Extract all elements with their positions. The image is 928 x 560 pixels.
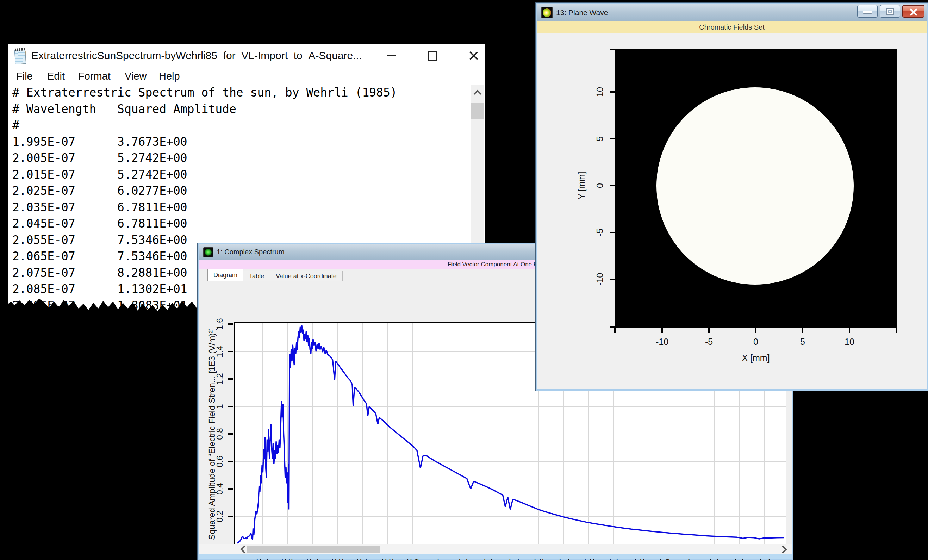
tab-value-at-x-coordinate[interactable]: Value at x-Coordinate (270, 271, 343, 281)
notepad-text-line: 2.035E-07 6.7811E+00 (12, 199, 397, 216)
scroll-right-icon[interactable] (779, 546, 787, 554)
x-axis-tick (661, 328, 663, 333)
y-axis-tick (228, 406, 234, 407)
notepad-text-line: 2.025E-07 6.0277E+00 (12, 183, 397, 199)
y-axis-tick-label: 0.6 (215, 455, 225, 467)
minimize-button[interactable] (383, 49, 399, 63)
notepad-text-line: 1.995E-07 3.7673E+00 (12, 134, 397, 150)
x-axis-tick-label: -10 (656, 337, 669, 347)
complex-spectrum-title: 1: Complex Spectrum (217, 244, 284, 259)
field-vector-banner-text: Field Vector Component At One P (448, 259, 537, 269)
plane-wave-window: 13: Plane Wave Chromatic Fields Set X [m… (536, 3, 928, 391)
minimize-icon (863, 11, 872, 14)
tab-diagram[interactable]: Diagram (208, 269, 243, 281)
y-axis-end-tick (610, 327, 615, 328)
y-axis-tick-label: 5 (595, 136, 605, 141)
y-axis-tick (610, 138, 615, 139)
screenshot-stage: ExtraterrestricSunSpectrum-byWehrli85_fo… (0, 0, 928, 560)
y-axis-tick (228, 433, 234, 435)
notepad-scrollbar-thumb[interactable] (471, 103, 484, 119)
notepad-menubar: FileEditFormatViewHelp (8, 67, 485, 85)
tab-table[interactable]: Table (243, 271, 270, 281)
plane-wave-icon (541, 7, 553, 18)
close-button[interactable] (466, 49, 481, 63)
plane-wave-titlebar[interactable]: 13: Plane Wave (537, 4, 926, 21)
x-axis-tick (802, 328, 803, 333)
y-axis-tick-label: 0.2 (215, 510, 225, 522)
y-axis-tick (228, 351, 234, 352)
notepad-text-line: # Wavelength Squared Amplitude (12, 101, 397, 117)
plane-wave-title: 13: Plane Wave (556, 4, 608, 21)
y-axis-tick-label: 0.4 (215, 483, 225, 494)
minimize-button[interactable] (857, 5, 878, 18)
y-axis-tick-label: 1.4 (215, 345, 225, 357)
window-bottom-border (199, 554, 792, 559)
scroll-up-icon[interactable] (474, 90, 482, 98)
y-axis-tick-label: -5 (595, 229, 605, 237)
y-axis-tick-label: 10 (595, 87, 605, 97)
spectrum-horizontal-scrollbar[interactable] (199, 544, 792, 554)
y-axis-tick (228, 516, 234, 517)
notepad-titlebar[interactable]: ExtraterrestricSunSpectrum-byWehrli85_fo… (8, 44, 485, 67)
close-button[interactable] (902, 5, 925, 18)
y-axis-tick-label: 1.2 (215, 373, 225, 385)
plane-wave-x-axis-title: X [mm] (742, 353, 769, 363)
x-axis-tick (708, 328, 710, 333)
x-axis-tick-label: 10 (844, 337, 855, 347)
x-axis-tick-label: 0 (753, 337, 758, 347)
maximize-button[interactable] (424, 49, 440, 63)
y-axis-tick (610, 185, 615, 186)
y-axis-tick-label: 1.6 (215, 318, 225, 330)
plane-wave-field-image (615, 49, 897, 328)
y-axis-tick (610, 91, 615, 93)
chromatic-fields-banner: Chromatic Fields Set (537, 21, 926, 34)
y-axis-tick (228, 488, 234, 490)
x-axis-tick (849, 328, 850, 333)
notepad-text-line: 2.005E-07 5.2742E+00 (12, 150, 397, 166)
menu-item-edit[interactable]: Edit (47, 67, 65, 85)
notepad-icon (14, 49, 27, 65)
menu-item-file[interactable]: File (16, 67, 33, 85)
restore-button[interactable] (880, 5, 900, 18)
menu-item-view[interactable]: View (125, 67, 147, 85)
maximize-icon (427, 52, 437, 61)
notepad-text-line: 2.045E-07 6.7811E+00 (12, 215, 397, 232)
y-axis-tick-label: 0.8 (215, 428, 225, 439)
x-axis-tick-label: -5 (705, 337, 713, 347)
complex-spectrum-icon (203, 247, 213, 257)
y-axis-end-tick (228, 323, 234, 325)
notepad-text-line: # Extraterrestric Spectrum of the sun, b… (12, 84, 397, 101)
restore-icon (886, 8, 894, 15)
minimize-icon (387, 55, 396, 56)
y-axis-tick (228, 461, 234, 462)
menu-item-format[interactable]: Format (78, 67, 111, 85)
y-axis-tick (610, 279, 615, 280)
notepad-window-title: ExtraterrestricSunSpectrum-byWehrli85_fo… (31, 44, 362, 67)
x-axis-end-tick (896, 328, 897, 333)
x-axis-tick (755, 328, 757, 333)
y-axis-tick (228, 378, 234, 380)
notepad-text-line: 2.015E-07 5.2742E+00 (12, 166, 397, 183)
y-axis-tick-label: -10 (595, 273, 605, 285)
y-axis-tick (610, 232, 615, 233)
notepad-text-line: # (12, 117, 397, 134)
y-axis-tick-label: 0 (595, 183, 605, 188)
menu-item-help[interactable]: Help (159, 67, 180, 85)
x-axis-end-tick (614, 328, 616, 333)
white-circular-field (656, 87, 854, 285)
y-axis-end-tick (610, 49, 615, 50)
spectrum-scrollbar-thumb[interactable] (247, 546, 380, 552)
plane-wave-y-axis-title: Y [mm] (577, 172, 587, 200)
y-axis-tick-label: 1 (215, 404, 225, 409)
x-axis-tick-label: 5 (800, 337, 805, 347)
